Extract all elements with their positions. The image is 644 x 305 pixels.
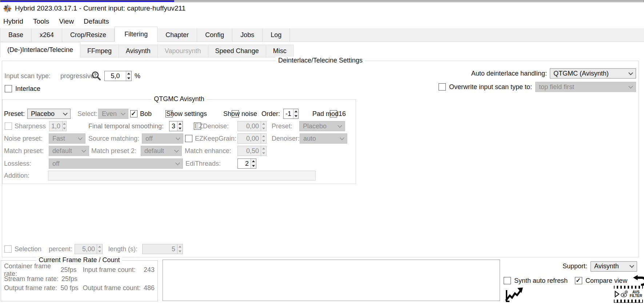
menu-defaults[interactable]: Defaults bbox=[84, 17, 109, 25]
qtgmc-row-2: Sharpness 1,0 Final temporal smoothing: … bbox=[3, 121, 356, 131]
chevron-down-icon bbox=[629, 263, 634, 268]
preset2-label: Preset: bbox=[272, 123, 292, 130]
synth-auto-refresh-checkbox[interactable] bbox=[504, 277, 511, 284]
compare-view-checkbox[interactable] bbox=[575, 277, 582, 284]
chevron-down-icon bbox=[337, 123, 342, 128]
menu-view[interactable]: View bbox=[59, 17, 74, 25]
qtgmc-row-6: Addition: bbox=[3, 170, 356, 181]
tab-base[interactable]: Base bbox=[0, 28, 32, 41]
subtab-deinterlace-telecine[interactable]: (De-)Interlace/Telecine bbox=[0, 42, 80, 57]
interlace-label: Interlace bbox=[15, 85, 40, 93]
spinner-buttons[interactable] bbox=[293, 109, 298, 119]
qtgmc-row-1: Preset: Placebo Select: Even Bob Show se… bbox=[3, 109, 356, 119]
input-scan-type-label: Input scan type: bbox=[4, 72, 51, 80]
analyze-percent-spinner[interactable]: 5,0 bbox=[104, 71, 132, 81]
output-frame-count-value: 486 bbox=[144, 284, 155, 292]
stream-frame-rate-label: Stream frame rate: bbox=[4, 275, 61, 283]
frame-rate-row: Container frame rate: 25fps Input frame … bbox=[1, 265, 157, 274]
final-temporal-smoothing-spinner[interactable]: 3 bbox=[169, 121, 183, 131]
subtab-avisynth[interactable]: Avisynth bbox=[119, 45, 158, 57]
play-icon bbox=[615, 290, 620, 298]
ezdenoise-label: EZDenoise: bbox=[195, 123, 229, 130]
select-label: Select: bbox=[77, 110, 97, 118]
frame-rate-rows: Container frame rate: 25fps Input frame … bbox=[1, 261, 157, 293]
hybrid-window: Hybrid 2023.03.17.1 - Current input: cap… bbox=[0, 0, 644, 305]
qtgmc-row-5: Lossless: off EdiThreads: 2 bbox=[3, 158, 356, 169]
addition-input[interactable] bbox=[48, 171, 316, 181]
tab-log[interactable]: Log bbox=[263, 28, 290, 41]
filmstrip-sprockets-top bbox=[614, 286, 643, 289]
undo-icon[interactable] bbox=[633, 274, 644, 287]
spinner-buttons[interactable] bbox=[126, 71, 131, 81]
support-select[interactable]: Avisynth bbox=[591, 261, 637, 272]
preset-label: Preset: bbox=[4, 110, 25, 118]
overwrite-scan-checkbox[interactable] bbox=[439, 83, 446, 91]
addition-label: Addition: bbox=[4, 172, 29, 180]
subtab-misc[interactable]: Misc bbox=[266, 45, 294, 57]
subtab-speed-change[interactable]: Speed Change bbox=[208, 45, 266, 57]
match-enhance-spinner: 0,50 bbox=[237, 146, 267, 156]
bob-checkbox[interactable] bbox=[130, 110, 137, 117]
chevron-down-icon bbox=[628, 71, 633, 75]
output-frame-count-label: Output frame count: bbox=[83, 284, 144, 292]
chevron-down-icon bbox=[176, 136, 180, 140]
tab-crop-resize[interactable]: Crop/Resize bbox=[62, 28, 115, 41]
gear-eye-icon bbox=[620, 289, 629, 299]
auto-deinterlace-row: Auto deinterlace handling: QTGMC (Avisyn… bbox=[471, 68, 636, 79]
chevron-down-icon bbox=[63, 111, 68, 116]
tab-filtering[interactable]: Filtering bbox=[115, 27, 157, 41]
subtab-ffmpeg[interactable]: FFmpeg bbox=[80, 45, 119, 57]
overwrite-scan-row: Overwrite input scan type to: top field … bbox=[439, 82, 636, 92]
percent-sign: % bbox=[135, 72, 140, 80]
selection-label: Selection bbox=[15, 245, 41, 253]
frame-rate-group: Current Frame Rate / Count Container fra… bbox=[1, 260, 158, 301]
final-temporal-smoothing-label: Final temporal smoothing: bbox=[88, 123, 164, 130]
frame-rate-chart-icon[interactable] bbox=[504, 286, 525, 303]
qtgmc-row-4: Match preset: default Match preset 2: de… bbox=[3, 146, 356, 156]
chevron-down-icon bbox=[628, 84, 633, 89]
order-spinner[interactable]: -1 bbox=[283, 109, 299, 119]
selection-checkbox bbox=[4, 245, 12, 253]
input-scan-type-value: progressive bbox=[60, 72, 94, 80]
tab-x264[interactable]: x264 bbox=[32, 28, 62, 41]
tab-config[interactable]: Config bbox=[197, 28, 232, 41]
chevron-down-icon bbox=[81, 148, 86, 153]
output-frame-rate-label: Output frame rate: bbox=[4, 284, 61, 292]
output-frame-rate-value: 50 fps bbox=[61, 284, 83, 292]
analyze-help-icon[interactable]: ? bbox=[91, 71, 101, 81]
frame-rate-group-title: Current Frame Rate / Count bbox=[36, 256, 122, 264]
input-frame-count-label: Input frame count: bbox=[83, 266, 144, 274]
qtgmc-row-3: Noise preset: Fast Source matching: off … bbox=[3, 133, 356, 144]
spinner-buttons[interactable] bbox=[177, 121, 183, 131]
avs-filter-icon[interactable]: AVSFILTER bbox=[614, 286, 643, 303]
select-select: Even bbox=[98, 109, 128, 119]
window-title: Hybrid 2023.03.17.1 - Current input: cap… bbox=[15, 4, 185, 12]
interlace-checkbox[interactable] bbox=[5, 85, 12, 92]
menu-hybrid[interactable]: Hybrid bbox=[3, 17, 23, 25]
denoiser-label: Denoiser: bbox=[272, 135, 300, 143]
match-preset-select: default bbox=[49, 146, 89, 156]
overwrite-scan-label: Overwrite input scan type to: bbox=[449, 83, 532, 91]
edithreads-spinner[interactable]: 2 bbox=[237, 158, 256, 169]
app-pinwheel-icon bbox=[3, 4, 12, 13]
title-bar: Hybrid 2023.03.17.1 - Current input: cap… bbox=[0, 3, 644, 14]
auto-deinterlace-select[interactable]: QTGMC (Avisynth) bbox=[550, 68, 636, 79]
menu-bar: Hybrid Tools View Defaults bbox=[0, 15, 109, 28]
stream-frame-rate-value: 25fps bbox=[61, 275, 84, 283]
match-preset2-select: default bbox=[141, 146, 182, 156]
tab-jobs[interactable]: Jobs bbox=[232, 28, 263, 41]
lossless-label: Lossless: bbox=[4, 160, 31, 168]
menu-tools[interactable]: Tools bbox=[33, 17, 49, 25]
preset2-select: Placebo bbox=[299, 121, 345, 131]
ezkeepgrain-checkbox[interactable] bbox=[185, 135, 192, 142]
match-preset2-label: Match preset 2: bbox=[91, 147, 136, 155]
frame-rate-row: Stream frame rate: 25fps bbox=[1, 274, 157, 284]
avisynth-preview-box[interactable] bbox=[163, 260, 500, 301]
noise-preset-select: Fast bbox=[49, 133, 85, 144]
interlace-row: Interlace bbox=[5, 84, 40, 94]
tab-chapter[interactable]: Chapter bbox=[157, 28, 197, 41]
spinner-buttons[interactable] bbox=[251, 159, 256, 168]
svg-text:?: ? bbox=[94, 73, 96, 78]
filtering-sub-tab-bar: (De-)Interlace/Telecine FFmpeg Avisynth … bbox=[0, 42, 294, 57]
preset-select[interactable]: Placebo bbox=[27, 109, 71, 119]
